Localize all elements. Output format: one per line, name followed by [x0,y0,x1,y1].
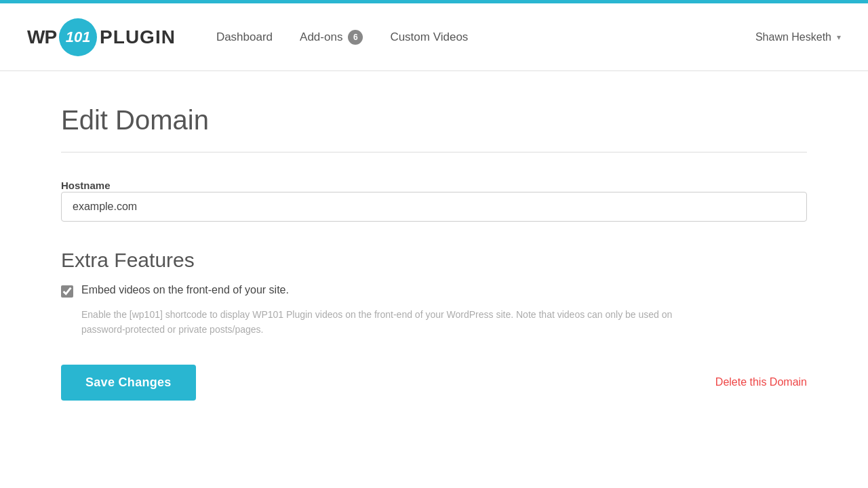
page-title: Edit Domain [61,105,807,136]
embed-checkbox[interactable] [61,285,73,298]
chevron-down-icon: ▾ [837,33,841,42]
hostname-input[interactable] [61,192,807,222]
main-nav: Dashboard Add-ons 6 Custom Videos [216,30,755,45]
nav-custom-videos-label: Custom Videos [390,30,468,44]
logo-circle: 101 [59,18,97,56]
logo-plugin-text: PLUGIN [100,26,176,48]
logo-number: 101 [66,28,91,46]
nav-dashboard[interactable]: Dashboard [216,30,273,44]
save-button[interactable]: Save Changes [61,365,196,401]
embed-checkbox-row: Embed videos on the front-end of your si… [61,284,807,298]
main-content: Edit Domain Hostname Extra Features Embe… [34,71,834,441]
embed-checkbox-description: Enable the [wp101] shortcode to display … [81,307,692,338]
actions-row: Save Changes Delete this Domain [61,365,807,401]
nav-addons-label: Add-ons [300,30,342,44]
logo-wp-text: WP [27,26,56,48]
nav-custom-videos[interactable]: Custom Videos [390,30,468,44]
user-menu[interactable]: Shawn Hesketh ▾ [755,31,841,43]
logo[interactable]: WP 101 PLUGIN [27,18,176,56]
extra-features-section: Extra Features Embed videos on the front… [61,249,807,338]
embed-checkbox-wrapper[interactable] [61,285,73,298]
title-divider [61,152,807,152]
addons-badge: 6 [348,30,363,45]
header: WP 101 PLUGIN Dashboard Add-ons 6 Custom… [0,3,868,71]
hostname-label: Hostname [61,180,111,191]
hostname-field: Hostname [61,180,807,249]
nav-addons[interactable]: Add-ons 6 [300,30,363,45]
extra-features-title: Extra Features [61,249,807,272]
embed-checkbox-label: Embed videos on the front-end of your si… [81,284,289,296]
nav-dashboard-label: Dashboard [216,30,273,44]
delete-domain-link[interactable]: Delete this Domain [715,376,807,388]
user-name: Shawn Hesketh [755,31,831,43]
